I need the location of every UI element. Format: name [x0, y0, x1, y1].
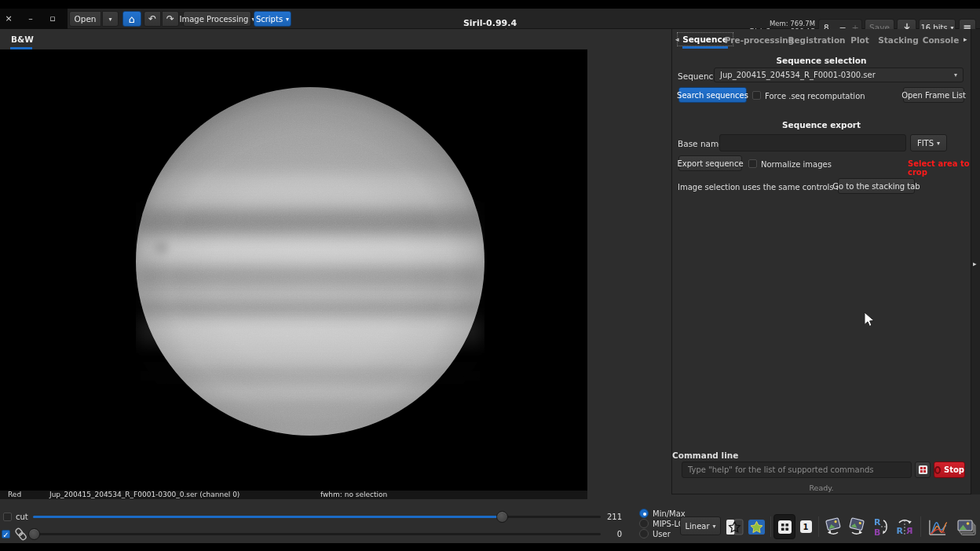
image-stack-icon [955, 516, 977, 537]
grid-view-button[interactable] [773, 514, 795, 539]
toolbar-separator [770, 516, 771, 537]
single-frame-icon: 1 [800, 520, 812, 533]
command-list-icon [918, 465, 928, 475]
export-sequence-button[interactable]: Export sequence [678, 155, 742, 171]
frame-list-button[interactable] [954, 514, 978, 539]
command-line-heading: Command line [672, 451, 738, 460]
color-rendering-button[interactable] [746, 514, 766, 539]
collapsed-side-panel: ▸ [971, 29, 980, 494]
undo-button[interactable]: ↶ [144, 11, 161, 27]
crop-hint-text: Select area to crop [908, 159, 971, 177]
tab-stacking[interactable]: Stacking [878, 35, 918, 45]
open-button[interactable]: Open [69, 11, 101, 27]
open-frame-list-button[interactable]: Open Frame List [903, 87, 964, 103]
single-frame-button[interactable]: 1 [796, 514, 815, 539]
film-grain-noise [136, 87, 485, 436]
toolbar-separator [818, 516, 819, 537]
channel-tab-bw[interactable]: B&W [11, 35, 34, 44]
search-sequences-button[interactable]: Search sequences [678, 87, 747, 103]
window-controls: × – ▫ [0, 9, 68, 29]
normalize-images-checkbox[interactable] [748, 159, 757, 168]
lo-slider-handle[interactable] [28, 528, 40, 540]
svg-text:R: R [897, 526, 904, 536]
cut-checkbox[interactable] [3, 513, 12, 521]
lo-value: 0 [600, 530, 622, 538]
undo-icon: ↶ [148, 13, 156, 24]
mirror-horizontal-button[interactable]: R R [894, 514, 916, 539]
tab-registration[interactable]: Registration [788, 35, 845, 45]
stop-icon [934, 466, 941, 474]
home-icon: ⌂ [129, 13, 135, 25]
status-ready: Ready. [672, 483, 971, 492]
stop-button[interactable]: Stop [934, 462, 965, 478]
image-processing-menu[interactable]: Image Processing ▾ [183, 11, 251, 27]
siril-app-window: × – ▫ Open ▾ ⌂ ↶ ↷ Image Processing ▾ Sc… [0, 0, 980, 551]
hi-slider-track[interactable] [33, 516, 601, 518]
rotate-right-icon [847, 516, 867, 537]
sequence-combobox-value: Jup_200415_204534_R_F0001-0300.ser [720, 71, 876, 79]
svg-text:R: R [874, 517, 881, 527]
svg-text:R: R [906, 526, 913, 536]
rotate-right-button[interactable] [846, 514, 868, 539]
scale-mode-dropdown[interactable]: Linear ▾ [680, 516, 721, 535]
open-recent-dropdown[interactable]: ▾ [102, 11, 119, 27]
memory-usage: Mem: 769.7M [750, 20, 815, 27]
rotate-left-button[interactable] [822, 514, 844, 539]
image-statusbar: Red Jup_200415_204534_R_F0001-0300_0.ser… [0, 491, 587, 499]
rotate-left-icon [823, 516, 843, 537]
tab-plot[interactable]: Plot [850, 35, 869, 45]
sequence-export-heading: Sequence export [672, 120, 971, 130]
titlebar: × – ▫ Open ▾ ⌂ ↶ ↷ Image Processing ▾ Sc… [0, 9, 980, 29]
mouse-cursor [864, 312, 876, 329]
current-file: Jup_200415_204534_R_F0001-0300_0.ser (ch… [49, 491, 240, 499]
chain-link-icon [14, 527, 27, 542]
tab-console[interactable]: Console [923, 35, 960, 45]
scripts-menu[interactable]: Scripts ▾ [254, 11, 291, 27]
force-seq-label: Force .seq recomputation [765, 92, 865, 100]
image-canvas[interactable] [0, 49, 587, 491]
normalize-images-label: Normalize images [761, 160, 832, 169]
redo-button[interactable]: ↷ [162, 11, 179, 27]
redo-icon: ↷ [166, 13, 174, 24]
home-button[interactable]: ⌂ [122, 11, 141, 27]
lo-slider-track[interactable] [33, 533, 601, 535]
mips-radio[interactable] [639, 519, 649, 528]
svg-text:B: B [874, 527, 880, 537]
minmax-radio[interactable] [639, 509, 649, 518]
negative-view-button[interactable] [724, 514, 744, 539]
image-pane: B&W [0, 29, 671, 499]
maximize-icon[interactable]: ▫ [44, 9, 61, 28]
channel-name: Red [8, 491, 21, 499]
chevron-down-icon: ▾ [286, 16, 289, 23]
mirror-horizontal-icon: R R [894, 516, 915, 537]
link-sliders-checkbox[interactable]: ✓ [2, 530, 10, 538]
tab-scroll-right-icon[interactable]: ▸ [964, 35, 967, 43]
fwhm-readout: fwhm: no selection [320, 491, 387, 499]
chevron-down-icon: ▾ [954, 71, 957, 78]
moon-blob [154, 240, 168, 254]
close-icon[interactable]: × [0, 9, 17, 28]
control-panel: ◂ Sequence Pre-processing Registration P… [671, 29, 971, 494]
panel-expander-icon[interactable]: ▸ [973, 260, 977, 268]
mirror-vertical-icon: R B [871, 516, 891, 537]
chevron-down-icon: ▾ [713, 523, 716, 530]
tab-pre-processing[interactable]: Pre-processing [725, 35, 795, 45]
sequence-selection-heading: Sequence selection [672, 56, 971, 65]
user-radio[interactable] [639, 529, 649, 538]
histogram-button[interactable] [925, 514, 949, 539]
export-format-dropdown[interactable]: FITS ▾ [910, 134, 947, 151]
sequence-combobox[interactable]: Jup_200415_204534_R_F0001-0300.ser ▾ [714, 68, 964, 82]
hi-value: 211 [600, 513, 622, 521]
jupiter-image [136, 87, 485, 436]
go-to-stacking-button[interactable]: Go to the stacking tab [838, 178, 915, 194]
mirror-vertical-button[interactable]: R B [870, 514, 892, 539]
negative-view-icon [726, 519, 744, 535]
command-line-input[interactable] [682, 462, 912, 478]
base-name-input[interactable] [719, 134, 906, 151]
active-tab-underline [682, 46, 728, 49]
hi-slider-handle[interactable] [496, 511, 508, 523]
force-seq-checkbox[interactable] [752, 91, 761, 100]
command-list-button[interactable] [915, 462, 931, 478]
color-star-icon [748, 519, 766, 535]
minimize-icon[interactable]: – [22, 9, 39, 28]
